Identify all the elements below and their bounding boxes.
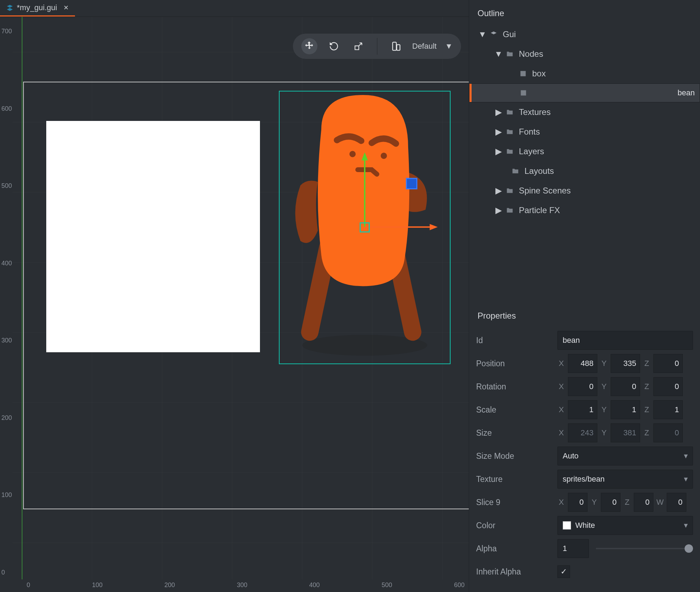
svg-point-3	[349, 151, 356, 157]
tree-item-nodes[interactable]: ▼ Nodes	[469, 44, 700, 64]
chevron-down-icon: ▾	[684, 451, 688, 461]
prop-position-x[interactable]	[568, 354, 597, 373]
tab-bar: *my_gui.gui ✕	[0, 0, 469, 17]
prop-id-input[interactable]	[557, 331, 693, 350]
prop-color-select[interactable]: White ▾	[557, 516, 693, 535]
folder-icon	[505, 127, 515, 137]
prop-sizemode-select[interactable]: Auto▾	[557, 447, 693, 465]
gui-bounds	[23, 82, 469, 509]
folder-icon	[505, 205, 515, 215]
prop-position-z[interactable]	[653, 354, 683, 373]
ruler-horizontal: 0100 200300 400500 600	[13, 579, 469, 592]
box-node-icon	[519, 88, 528, 98]
prop-size-y	[611, 423, 640, 442]
tree-item-layers[interactable]: ▶ Layers	[469, 142, 700, 161]
svg-rect-11	[392, 42, 396, 50]
prop-position-y[interactable]	[611, 354, 640, 373]
canvas[interactable]: 700600 500400 300200 1000 0100 200300 40…	[0, 17, 469, 592]
bean-sprite	[280, 91, 450, 363]
file-tab[interactable]: *my_gui.gui ✕	[0, 0, 75, 16]
prop-rotation-z[interactable]	[653, 377, 683, 396]
prop-size-z	[653, 423, 683, 442]
color-swatch-icon	[563, 521, 571, 530]
device-icon[interactable]	[388, 38, 404, 54]
outline-tree: ▼ Gui ▼ Nodes box bean ▶ Textures	[469, 25, 700, 231]
prop-inherit-label: Inherit Alpha	[476, 567, 557, 577]
folder-icon	[505, 186, 515, 196]
layers-icon	[6, 4, 13, 11]
prop-rotation-y[interactable]	[611, 377, 640, 396]
close-icon[interactable]: ✕	[63, 4, 69, 12]
chevron-down-icon: ▾	[684, 521, 688, 530]
tree-item-spine[interactable]: ▶ Spine Scenes	[469, 181, 700, 200]
outline-panel-title: Outline	[469, 0, 700, 25]
tree-item-layouts[interactable]: Layouts	[469, 161, 700, 181]
prop-alpha-input[interactable]	[557, 539, 589, 558]
tab-title: *my_gui.gui	[17, 3, 57, 12]
tree-item-fonts[interactable]: ▶ Fonts	[469, 122, 700, 142]
prop-inherit-checkbox[interactable]: ✓	[557, 565, 570, 578]
layout-selector-label[interactable]: Default	[412, 42, 437, 51]
ruler-vertical: 700600 500400 300200 1000	[0, 17, 13, 579]
prop-slice9-y[interactable]	[601, 493, 620, 512]
svg-rect-13	[521, 71, 526, 76]
prop-scale-x[interactable]	[568, 400, 597, 419]
prop-scale-y[interactable]	[611, 400, 640, 419]
prop-slice9-z[interactable]	[634, 493, 653, 512]
svg-marker-8	[430, 224, 438, 230]
chevron-down-icon[interactable]: ▼	[445, 42, 453, 51]
prop-scale-label: Scale	[476, 405, 557, 415]
properties-panel-title: Properties	[469, 302, 700, 327]
prop-position-label: Position	[476, 359, 557, 368]
prop-size-label: Size	[476, 428, 557, 438]
prop-alpha-slider[interactable]	[596, 548, 693, 549]
bean-selection-outline[interactable]	[279, 91, 451, 364]
svg-rect-10	[406, 178, 417, 189]
viewport-toolbar: Default ▼	[293, 34, 461, 59]
prop-sizemode-label: Size Mode	[476, 451, 557, 461]
tree-item-gui[interactable]: ▼ Gui	[469, 25, 700, 44]
box-node[interactable]	[46, 121, 260, 352]
svg-point-4	[381, 153, 387, 159]
prop-alpha-label: Alpha	[476, 544, 557, 553]
prop-scale-z[interactable]	[653, 400, 683, 419]
prop-slice9-x[interactable]	[568, 493, 588, 512]
prop-slice9-label: Slice 9	[476, 498, 557, 507]
rotate-tool-icon[interactable]	[326, 38, 342, 54]
prop-texture-select[interactable]: sprites/bean▾	[557, 470, 693, 489]
svg-rect-14	[521, 90, 526, 96]
folder-icon	[505, 107, 515, 117]
prop-slice9-w[interactable]	[667, 493, 686, 512]
folder-icon	[505, 147, 515, 156]
prop-rotation-x[interactable]	[568, 377, 597, 396]
tree-item-box[interactable]: box	[469, 64, 700, 83]
tree-item-particlefx[interactable]: ▶ Particle FX	[469, 200, 700, 220]
properties-panel: Id Position X Y Z Rotation X Y Z	[469, 327, 700, 592]
tree-item-textures[interactable]: ▶ Textures	[469, 102, 700, 122]
tree-item-bean[interactable]: bean	[469, 83, 700, 102]
scale-tool-icon[interactable]	[350, 38, 366, 54]
prop-size-x	[568, 423, 597, 442]
prop-rotation-label: Rotation	[476, 382, 557, 392]
prop-id-label: Id	[476, 336, 557, 345]
folder-icon	[510, 166, 520, 176]
prop-texture-label: Texture	[476, 475, 557, 484]
svg-rect-12	[397, 45, 400, 50]
box-node-icon	[518, 69, 528, 79]
prop-color-label: Color	[476, 521, 557, 530]
move-tool-icon[interactable]	[301, 38, 317, 54]
chevron-down-icon: ▾	[684, 475, 688, 484]
folder-icon	[505, 49, 515, 59]
